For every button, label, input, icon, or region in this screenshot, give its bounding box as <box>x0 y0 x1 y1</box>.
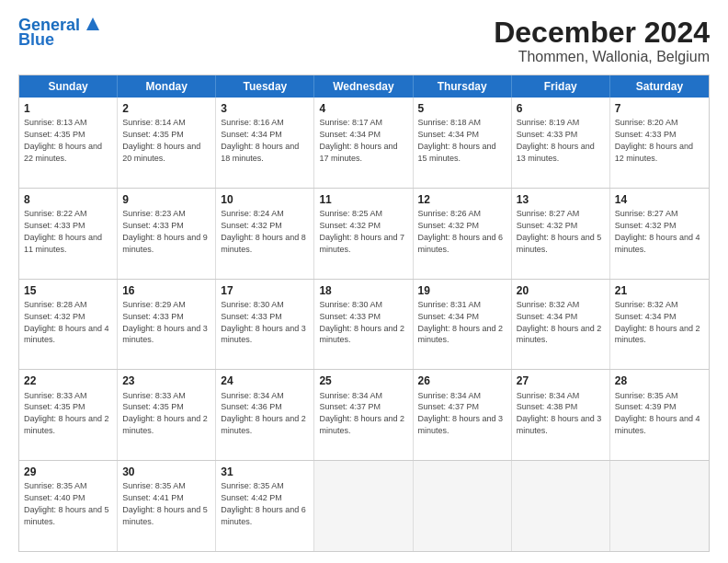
week-row-4: 22 Sunrise: 8:33 AMSunset: 4:35 PMDaylig… <box>19 369 709 460</box>
cell-empty-3 <box>512 461 610 551</box>
col-wednesday: Wednesday <box>314 75 413 98</box>
day-number: 11 <box>319 192 407 207</box>
cell-dec21: 21 Sunrise: 8:32 AMSunset: 4:34 PMDaylig… <box>610 280 709 370</box>
day-number: 24 <box>221 373 309 388</box>
cell-info: Sunrise: 8:32 AMSunset: 4:34 PMDaylight:… <box>517 300 602 344</box>
page: General Blue December 2024 Thommen, Wall… <box>0 0 728 563</box>
day-number: 3 <box>221 101 309 116</box>
cell-info: Sunrise: 8:17 AMSunset: 4:34 PMDaylight:… <box>319 118 397 162</box>
cell-info: Sunrise: 8:32 AMSunset: 4:34 PMDaylight:… <box>615 300 700 344</box>
cell-info: Sunrise: 8:16 AMSunset: 4:34 PMDaylight:… <box>221 118 299 162</box>
cell-info: Sunrise: 8:13 AMSunset: 4:35 PMDaylight:… <box>24 118 102 162</box>
week-row-1: 1 Sunrise: 8:13 AMSunset: 4:35 PMDayligh… <box>19 98 709 188</box>
day-number: 17 <box>221 283 309 298</box>
cell-dec29: 29 Sunrise: 8:35 AMSunset: 4:40 PMDaylig… <box>19 461 118 551</box>
cell-dec6: 6 Sunrise: 8:19 AMSunset: 4:33 PMDayligh… <box>512 98 610 188</box>
day-number: 22 <box>24 373 112 388</box>
cell-info: Sunrise: 8:34 AMSunset: 4:37 PMDaylight:… <box>319 391 404 435</box>
cell-dec14: 14 Sunrise: 8:27 AMSunset: 4:32 PMDaylig… <box>610 189 709 279</box>
week-row-5: 29 Sunrise: 8:35 AMSunset: 4:40 PMDaylig… <box>19 460 709 551</box>
day-number: 8 <box>24 192 112 207</box>
cell-info: Sunrise: 8:20 AMSunset: 4:33 PMDaylight:… <box>615 118 693 162</box>
cell-info: Sunrise: 8:28 AMSunset: 4:32 PMDaylight:… <box>24 300 109 344</box>
cell-info: Sunrise: 8:19 AMSunset: 4:33 PMDaylight:… <box>517 118 595 162</box>
day-number: 4 <box>319 101 407 116</box>
day-number: 28 <box>615 373 704 388</box>
cell-info: Sunrise: 8:29 AMSunset: 4:33 PMDaylight:… <box>122 300 208 344</box>
cell-dec19: 19 Sunrise: 8:31 AMSunset: 4:34 PMDaylig… <box>414 280 512 370</box>
day-number: 15 <box>24 283 112 298</box>
cell-dec24: 24 Sunrise: 8:34 AMSunset: 4:36 PMDaylig… <box>216 370 314 460</box>
cell-dec31: 31 Sunrise: 8:35 AMSunset: 4:42 PMDaylig… <box>216 461 314 551</box>
cell-info: Sunrise: 8:25 AMSunset: 4:32 PMDaylight:… <box>319 209 404 253</box>
calendar-title: December 2024 <box>494 17 710 49</box>
cell-info: Sunrise: 8:34 AMSunset: 4:36 PMDaylight:… <box>221 391 306 435</box>
cell-info: Sunrise: 8:14 AMSunset: 4:35 PMDaylight:… <box>122 118 200 162</box>
day-number: 9 <box>122 192 210 207</box>
day-number: 29 <box>24 465 112 479</box>
cell-dec9: 9 Sunrise: 8:23 AMSunset: 4:33 PMDayligh… <box>118 189 216 279</box>
logo-icon <box>83 14 103 34</box>
day-number: 18 <box>319 283 407 298</box>
cell-dec28: 28 Sunrise: 8:35 AMSunset: 4:39 PMDaylig… <box>610 370 709 460</box>
cell-info: Sunrise: 8:33 AMSunset: 4:35 PMDaylight:… <box>24 391 109 435</box>
cell-dec3: 3 Sunrise: 8:16 AMSunset: 4:34 PMDayligh… <box>216 98 314 188</box>
day-number: 10 <box>221 192 309 207</box>
cell-info: Sunrise: 8:30 AMSunset: 4:33 PMDaylight:… <box>319 300 404 344</box>
calendar-subtitle: Thommen, Wallonia, Belgium <box>494 49 710 65</box>
day-number: 7 <box>615 101 704 116</box>
day-number: 19 <box>418 283 506 298</box>
cell-empty-4 <box>610 461 709 551</box>
day-number: 5 <box>418 101 506 116</box>
cell-dec30: 30 Sunrise: 8:35 AMSunset: 4:41 PMDaylig… <box>118 461 216 551</box>
cell-dec16: 16 Sunrise: 8:29 AMSunset: 4:33 PMDaylig… <box>118 280 216 370</box>
col-monday: Monday <box>118 75 216 98</box>
day-number: 6 <box>517 101 605 116</box>
cell-info: Sunrise: 8:33 AMSunset: 4:35 PMDaylight:… <box>122 391 208 435</box>
calendar-header: Sunday Monday Tuesday Wednesday Thursday… <box>19 75 709 98</box>
svg-marker-0 <box>86 17 99 30</box>
day-number: 25 <box>319 373 407 388</box>
cell-dec22: 22 Sunrise: 8:33 AMSunset: 4:35 PMDaylig… <box>19 370 118 460</box>
cell-empty-2 <box>414 461 512 551</box>
logo: General Blue <box>18 17 103 50</box>
cell-info: Sunrise: 8:24 AMSunset: 4:32 PMDaylight:… <box>221 209 306 253</box>
cell-info: Sunrise: 8:27 AMSunset: 4:32 PMDaylight:… <box>517 209 602 253</box>
cell-info: Sunrise: 8:26 AMSunset: 4:32 PMDaylight:… <box>418 209 504 253</box>
day-number: 12 <box>418 192 506 207</box>
week-row-2: 8 Sunrise: 8:22 AMSunset: 4:33 PMDayligh… <box>19 188 709 279</box>
day-number: 21 <box>615 283 704 298</box>
cell-dec17: 17 Sunrise: 8:30 AMSunset: 4:33 PMDaylig… <box>216 280 314 370</box>
cell-dec4: 4 Sunrise: 8:17 AMSunset: 4:34 PMDayligh… <box>314 98 413 188</box>
cell-info: Sunrise: 8:27 AMSunset: 4:32 PMDaylight:… <box>615 209 700 253</box>
cell-dec27: 27 Sunrise: 8:34 AMSunset: 4:38 PMDaylig… <box>512 370 610 460</box>
cell-info: Sunrise: 8:18 AMSunset: 4:34 PMDaylight:… <box>418 118 496 162</box>
cell-dec25: 25 Sunrise: 8:34 AMSunset: 4:37 PMDaylig… <box>314 370 413 460</box>
day-number: 31 <box>221 465 309 479</box>
cell-dec2: 2 Sunrise: 8:14 AMSunset: 4:35 PMDayligh… <box>118 98 216 188</box>
cell-info: Sunrise: 8:35 AMSunset: 4:41 PMDaylight:… <box>122 481 208 525</box>
cell-dec5: 5 Sunrise: 8:18 AMSunset: 4:34 PMDayligh… <box>414 98 512 188</box>
cell-info: Sunrise: 8:30 AMSunset: 4:33 PMDaylight:… <box>221 300 306 344</box>
cell-dec12: 12 Sunrise: 8:26 AMSunset: 4:32 PMDaylig… <box>414 189 512 279</box>
title-block: December 2024 Thommen, Wallonia, Belgium <box>494 17 710 65</box>
col-tuesday: Tuesday <box>216 75 314 98</box>
day-number: 27 <box>517 373 605 388</box>
col-friday: Friday <box>512 75 610 98</box>
day-number: 16 <box>122 283 210 298</box>
week-row-3: 15 Sunrise: 8:28 AMSunset: 4:32 PMDaylig… <box>19 279 709 370</box>
cell-info: Sunrise: 8:34 AMSunset: 4:37 PMDaylight:… <box>418 391 504 435</box>
day-number: 2 <box>122 101 210 116</box>
calendar: Sunday Monday Tuesday Wednesday Thursday… <box>18 75 710 552</box>
col-saturday: Saturday <box>610 75 709 98</box>
cell-info: Sunrise: 8:22 AMSunset: 4:33 PMDaylight:… <box>24 209 102 253</box>
calendar-body: 1 Sunrise: 8:13 AMSunset: 4:35 PMDayligh… <box>19 98 709 551</box>
cell-dec18: 18 Sunrise: 8:30 AMSunset: 4:33 PMDaylig… <box>314 280 413 370</box>
cell-dec11: 11 Sunrise: 8:25 AMSunset: 4:32 PMDaylig… <box>314 189 413 279</box>
cell-dec10: 10 Sunrise: 8:24 AMSunset: 4:32 PMDaylig… <box>216 189 314 279</box>
day-number: 26 <box>418 373 506 388</box>
cell-info: Sunrise: 8:23 AMSunset: 4:33 PMDaylight:… <box>122 209 208 253</box>
cell-dec26: 26 Sunrise: 8:34 AMSunset: 4:37 PMDaylig… <box>414 370 512 460</box>
cell-dec8: 8 Sunrise: 8:22 AMSunset: 4:33 PMDayligh… <box>19 189 118 279</box>
cell-dec1: 1 Sunrise: 8:13 AMSunset: 4:35 PMDayligh… <box>19 98 118 188</box>
